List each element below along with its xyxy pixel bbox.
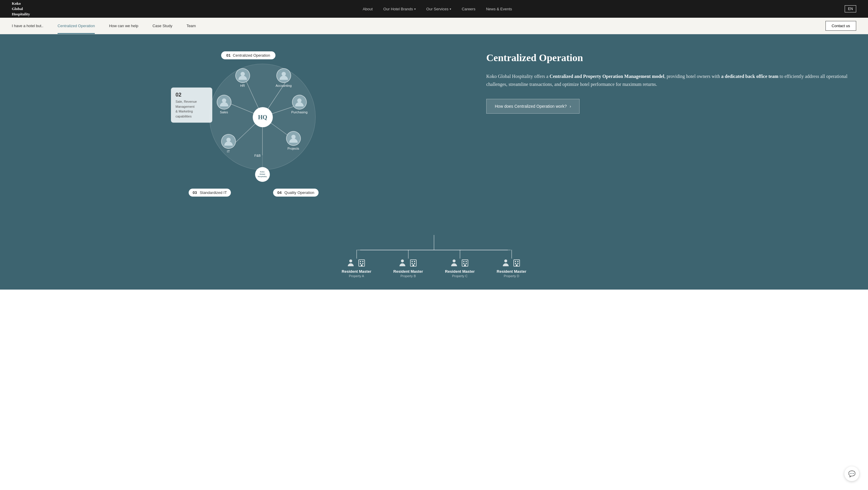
svg-rect-26 <box>414 263 415 264</box>
svg-rect-37 <box>515 261 516 262</box>
person-node-fb: F&B <box>254 154 261 158</box>
nav-item-hotel-brands[interactable]: Our Hotel Brands ▾ <box>383 7 415 11</box>
lang-button[interactable]: EN <box>845 5 856 12</box>
org-tree: Resident Master Property A <box>12 235 856 278</box>
svg-point-11 <box>297 98 302 102</box>
diagram-area: 02 Sale, RevenueManagement& Marketingcap… <box>0 34 477 235</box>
org-node-c: Resident Master Property C <box>434 250 486 278</box>
svg-point-13 <box>291 134 295 139</box>
chevron-down-icon: ▾ <box>450 7 451 11</box>
svg-rect-30 <box>463 261 464 262</box>
nav-item-careers[interactable]: Careers <box>462 7 475 11</box>
svg-rect-39 <box>515 263 516 264</box>
person-icon <box>451 258 459 267</box>
sub-nav-item-case-study[interactable]: Case Study <box>152 18 172 34</box>
label-01: 01 Centralized Operation <box>221 51 276 59</box>
cta-button[interactable]: How does Centralized Operation work? › <box>486 99 580 114</box>
org-node-b: Resident Master Property B <box>382 250 434 278</box>
building-icon <box>513 258 521 267</box>
section-title: Centralized Operation <box>486 52 853 64</box>
svg-rect-40 <box>517 263 519 264</box>
person-icon <box>503 258 510 267</box>
person-node-sales: Sales <box>217 95 231 114</box>
svg-point-8 <box>240 72 244 76</box>
person-node-purchasing: Purchasing <box>291 95 308 114</box>
section-body: Koko Global Hospitality offers a Central… <box>486 72 853 88</box>
sub-nav-item-centralized[interactable]: Centralized Operation <box>58 18 95 34</box>
svg-rect-25 <box>411 263 413 264</box>
koko-small-logo: KokoGlobalHospitality <box>255 167 270 182</box>
svg-rect-17 <box>362 261 364 262</box>
svg-rect-16 <box>360 261 361 262</box>
hq-center: HQ <box>253 107 273 127</box>
cta-arrow-icon: › <box>570 104 571 109</box>
svg-point-14 <box>349 259 352 263</box>
svg-rect-38 <box>517 261 519 262</box>
person-icon <box>348 258 355 267</box>
org-vertical-line-top <box>434 235 434 250</box>
svg-rect-32 <box>463 263 464 264</box>
org-diagram-wrapper: 02 Sale, RevenueManagement& Marketingcap… <box>171 46 318 211</box>
main-content: 02 Sale, RevenueManagement& Marketingcap… <box>0 34 868 235</box>
logo: Koko Global Hospitality <box>12 1 30 17</box>
org-node-a: Resident Master Property A <box>331 250 382 278</box>
person-node-projects: Projects <box>286 131 301 150</box>
sub-nav-item-help[interactable]: How can we help <box>109 18 138 34</box>
person-node-hr: HR <box>235 68 250 87</box>
sub-nav-item-hotel[interactable]: I have a hotel but.. <box>12 18 43 34</box>
bottom-org: Resident Master Property A <box>0 235 868 289</box>
org-horizontal: Resident Master Property A <box>331 250 537 278</box>
svg-point-12 <box>226 137 230 142</box>
svg-rect-41 <box>516 265 518 266</box>
svg-rect-34 <box>464 265 466 266</box>
svg-rect-33 <box>466 263 467 264</box>
svg-point-21 <box>401 259 404 263</box>
nav-item-services[interactable]: Our Services ▾ <box>426 7 451 11</box>
svg-rect-24 <box>414 261 415 262</box>
label-02: 02 Sale, RevenueManagement& Marketingcap… <box>171 88 212 123</box>
svg-rect-31 <box>466 261 467 262</box>
nav-item-about[interactable]: About <box>363 7 373 11</box>
svg-point-9 <box>282 72 286 76</box>
sub-nav-links: I have a hotel but.. Centralized Operati… <box>12 18 196 34</box>
sub-nav: I have a hotel but.. Centralized Operati… <box>0 18 868 34</box>
svg-rect-20 <box>361 265 363 266</box>
building-icon <box>461 258 469 267</box>
svg-point-35 <box>504 259 507 263</box>
org-horizontal-line <box>357 250 511 250</box>
person-node-it: IT <box>221 134 236 153</box>
svg-point-28 <box>453 259 456 263</box>
building-icon <box>409 258 417 267</box>
label-03: 03 Standardized IT <box>189 189 231 196</box>
building-icon <box>358 258 366 267</box>
label-04: 04 Quality Operation <box>273 189 318 196</box>
chevron-down-icon: ▾ <box>414 7 416 11</box>
contact-button[interactable]: Contact us <box>826 21 856 31</box>
org-node-d: Resident Master Property D <box>486 250 537 278</box>
person-icon <box>399 258 407 267</box>
nav-bar: Koko Global Hospitality About Our Hotel … <box>0 0 868 18</box>
cta-label: How does Centralized Operation work? <box>495 104 567 109</box>
nav-item-news[interactable]: News & Events <box>486 7 512 11</box>
text-area: Centralized Operation Koko Global Hospit… <box>477 34 868 235</box>
svg-rect-27 <box>412 265 414 266</box>
svg-point-10 <box>222 98 226 102</box>
person-node-accounting: Accounting <box>276 68 292 87</box>
svg-rect-18 <box>360 263 361 264</box>
svg-rect-23 <box>411 261 413 262</box>
sub-nav-item-team[interactable]: Team <box>187 18 196 34</box>
nav-links: About Our Hotel Brands ▾ Our Services ▾ … <box>363 7 512 11</box>
svg-rect-19 <box>362 263 364 264</box>
